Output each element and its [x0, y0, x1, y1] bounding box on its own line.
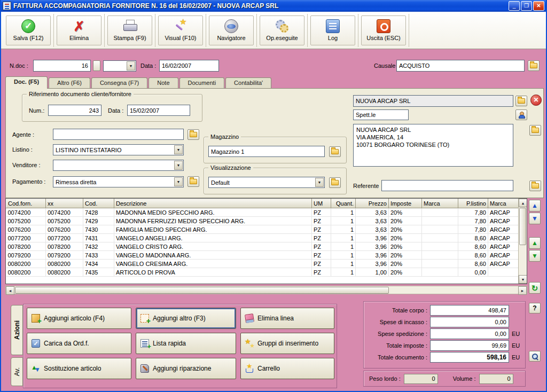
cliente-remove-button[interactable]: ✕ — [530, 95, 542, 106]
totale-imposte-input[interactable] — [430, 340, 509, 351]
grid-column-header[interactable]: Quant. — [331, 199, 356, 208]
grid-cell: 3,96 — [356, 234, 389, 242]
sostituzione-articolo-button[interactable]: Sostituzione articolo — [27, 358, 131, 379]
visualizzazione-folder-button[interactable] — [329, 177, 341, 188]
tab-altro-f6[interactable]: Altro (F6) — [49, 77, 90, 89]
scroll-up-icon[interactable]: ▲ — [519, 199, 527, 207]
referente-input[interactable] — [381, 180, 513, 191]
toolbar-button-stampa[interactable]: Stampa (F9) — [107, 15, 152, 45]
help-button[interactable]: ? — [529, 303, 541, 313]
magazzino-input[interactable] — [208, 146, 325, 157]
table-row[interactable]: 007920000792007433VANGELO MADONNA ARG.PZ… — [6, 251, 519, 260]
toolbar-button-log[interactable]: Log — [310, 15, 355, 45]
grid-cell — [422, 217, 458, 225]
referente-folder-button[interactable] — [529, 181, 541, 191]
grid-column-header[interactable]: P.listino — [458, 199, 488, 208]
tab-doc-f5[interactable]: Doc. (F5) — [5, 76, 48, 89]
detail-zoom-button[interactable] — [529, 351, 541, 362]
spese-spedizione-input[interactable] — [430, 328, 509, 339]
grid-column-header[interactable]: Prezzo — [356, 199, 389, 208]
clipboard-check-icon — [32, 339, 40, 348]
maximize-button[interactable]: ❐ — [521, 1, 532, 11]
indirizzo-box[interactable]: NUOVA ARCAP SRL VIA AMERICA, 14 10071 BO… — [353, 124, 513, 167]
grid-column-header[interactable]: Cod.forn. — [6, 199, 46, 208]
table-row[interactable]: 008020000802007434VANGELO CRESIMA ARG.PZ… — [6, 260, 519, 268]
table-row[interactable]: 008020000802007435ARTICOLO DI PROVAPZ11,… — [6, 268, 519, 277]
causale-input[interactable] — [396, 60, 525, 72]
row-up-button[interactable]: ▲ — [529, 237, 541, 249]
scroll-left-icon[interactable]: ◄ — [6, 286, 14, 295]
aggiungi-articolo-button[interactable]: Aggiungi articolo (F4) — [27, 308, 131, 329]
grid-column-header[interactable]: Imposte — [389, 199, 422, 208]
vtab-av[interactable]: Av. — [11, 357, 23, 386]
agente-input[interactable] — [53, 129, 184, 140]
grid-column-header[interactable]: xx — [46, 199, 83, 208]
tab-documenti[interactable]: Documenti — [179, 77, 225, 89]
vtab-azioni[interactable]: Azioni — [11, 305, 23, 355]
table-row[interactable]: 007520000752007429MADONNA FERRUZZI MEDIO… — [6, 217, 519, 225]
vscroll-thumb[interactable] — [519, 208, 526, 245]
elimina-linea-button[interactable]: Elimina linea — [240, 308, 334, 329]
carrello-button[interactable]: Carrello — [240, 358, 334, 379]
doc-type-combo[interactable]: ▼ — [103, 60, 136, 72]
grid-column-header[interactable]: Marca — [488, 199, 519, 208]
agente-folder-button[interactable] — [187, 129, 199, 140]
table-row[interactable]: 007720000772007431VANGELO ANGELI ARG.PZ1… — [6, 234, 519, 242]
grid-hscrollbar[interactable]: ◄ ► — [5, 286, 527, 294]
doc-date-input[interactable] — [159, 60, 219, 72]
table-row[interactable]: 007420000742007428MADONNA MEDIO SPECCHIO… — [6, 208, 519, 217]
scroll-down-icon[interactable]: ▼ — [519, 275, 527, 284]
spettle-input[interactable] — [353, 109, 409, 120]
move-last-button[interactable]: ▼ — [529, 213, 541, 224]
volume-input[interactable] — [479, 374, 513, 384]
num-input[interactable] — [48, 105, 101, 116]
causale-folder-button[interactable] — [528, 60, 540, 71]
pagamento-folder-button[interactable] — [187, 176, 199, 187]
listino-combo[interactable]: LISTINO INTESTATARIO▼ — [53, 144, 184, 155]
grid-column-header[interactable]: UM — [312, 199, 331, 208]
scroll-right-icon[interactable]: ► — [518, 286, 527, 295]
contact-button[interactable] — [515, 109, 527, 120]
pagamento-combo[interactable]: Rimessa diretta▼ — [53, 176, 184, 187]
ndoc-input[interactable] — [33, 60, 91, 72]
grid-vscrollbar[interactable]: ▲ ▼ — [518, 199, 527, 284]
toolbar-button-navigatore[interactable]: Navigatore — [209, 15, 254, 45]
table-row[interactable]: 007820000782007432VANGELO CRISTO ARG.PZ1… — [6, 242, 519, 251]
totale-documento-input[interactable] — [430, 352, 509, 363]
peso-input[interactable] — [404, 374, 438, 384]
row-down-button[interactable]: ▼ — [529, 250, 541, 262]
carica-da-ord-f-button[interactable]: Carica da Ord.f. — [27, 333, 131, 354]
cliente-input[interactable] — [353, 95, 513, 107]
totale-documento-label: Totale documento : — [366, 354, 430, 360]
toolbar-button-uscita[interactable]: Uscita (ESC) — [361, 15, 406, 45]
venditore-combo[interactable]: ▼ — [53, 160, 184, 171]
tab-contabilita[interactable]: Contabilita' — [225, 77, 271, 89]
grid-column-header[interactable]: Cod. — [83, 199, 114, 208]
gruppi-di-inserimento-button[interactable]: Gruppi di inserimento — [240, 333, 334, 354]
lista-rapida-button[interactable]: Lista rapida — [136, 333, 236, 354]
toolbar-button-salva[interactable]: Salva (F12) — [6, 15, 51, 45]
table-row[interactable]: 007620000762007430FAMIGLIA MEDIO SPECCHI… — [6, 225, 519, 234]
toolbar-button-visual[interactable]: Visual (F10) — [158, 15, 203, 45]
magazzino-folder-button[interactable] — [329, 146, 341, 157]
toolbar-button-elimina[interactable]: Elimina — [57, 15, 101, 45]
close-button[interactable]: ✕ — [533, 1, 544, 11]
tab-note[interactable]: Note — [149, 77, 178, 89]
refresh-button[interactable]: ↻ — [529, 282, 541, 294]
aggiungi-altro-button[interactable]: Aggiungi altro (F3) — [136, 308, 236, 329]
visualizzazione-combo[interactable]: Default▼ — [208, 177, 325, 188]
minimize-button[interactable]: _ — [509, 1, 520, 11]
grid-column-header[interactable]: Marca — [422, 199, 458, 208]
grid-column-header[interactable]: Descrizione — [114, 199, 312, 208]
tab-consegna-f7[interactable]: Consegna (F7) — [91, 77, 147, 89]
rif-data-input[interactable] — [127, 105, 190, 116]
totale-corpo-input[interactable] — [430, 305, 509, 316]
cliente-folder-button[interactable] — [515, 96, 527, 106]
indirizzo-folder-button[interactable] — [529, 125, 541, 136]
move-first-button[interactable]: ▲ — [529, 200, 541, 211]
aggiungi-riparazione-button[interactable]: Aggiungi riparazione — [136, 358, 236, 379]
hscroll-thumb[interactable] — [15, 287, 389, 294]
ndoc-lookup-button[interactable] — [93, 60, 100, 71]
spese-di-incasso-input[interactable] — [430, 317, 509, 327]
toolbar-button-op-eseguite[interactable]: Op.eseguite — [260, 15, 304, 45]
